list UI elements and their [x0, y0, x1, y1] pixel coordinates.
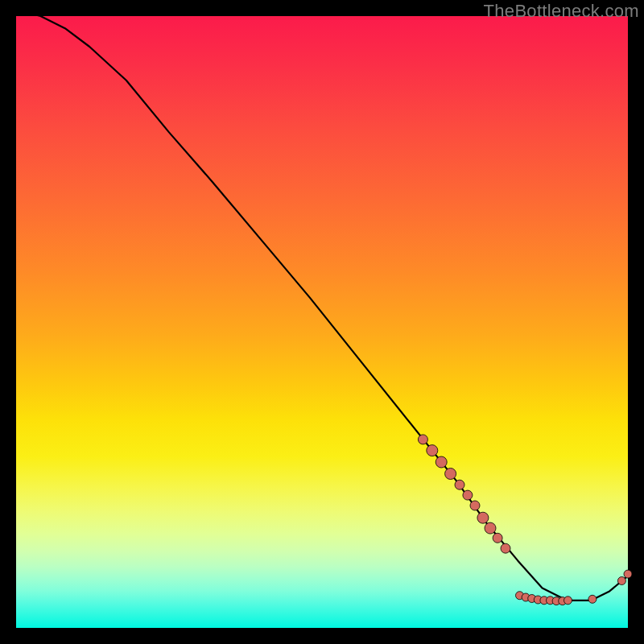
data-point-marker — [624, 570, 632, 578]
chart-frame: TheBottleneck.com — [0, 0, 644, 644]
data-point-marker — [445, 469, 456, 480]
highlighted-points-group — [418, 435, 632, 605]
bottleneck-curve — [16, 10, 628, 600]
data-point-marker — [418, 435, 427, 444]
data-point-marker — [455, 480, 464, 489]
data-point-marker — [470, 501, 480, 510]
data-point-marker — [463, 490, 473, 500]
data-point-marker — [564, 597, 572, 605]
data-point-marker — [477, 512, 489, 523]
chart-svg — [16, 16, 628, 628]
watermark-text: TheBottleneck.com — [484, 1, 639, 22]
data-point-marker — [427, 445, 438, 456]
data-point-marker — [501, 543, 510, 553]
data-point-marker — [485, 522, 496, 534]
data-point-marker — [436, 456, 447, 468]
data-point-marker — [493, 533, 502, 543]
data-point-marker — [588, 595, 597, 603]
data-point-marker — [617, 577, 625, 585]
